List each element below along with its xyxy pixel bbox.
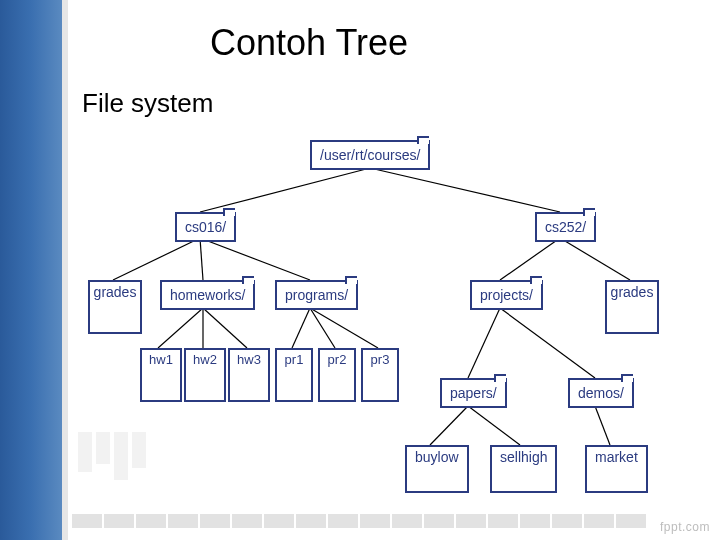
decorative-bars xyxy=(78,432,146,480)
svg-line-16 xyxy=(468,406,520,445)
svg-line-3 xyxy=(200,238,203,280)
node-papers: papers/ xyxy=(440,378,507,408)
node-hw3: hw3 xyxy=(228,348,270,402)
svg-line-5 xyxy=(500,238,560,280)
slide-subtitle: File system xyxy=(82,88,213,119)
node-cs252: cs252/ xyxy=(535,212,596,242)
svg-line-4 xyxy=(200,238,310,280)
slide-title: Contoh Tree xyxy=(210,22,408,64)
svg-line-1 xyxy=(370,168,560,212)
svg-line-11 xyxy=(310,308,335,348)
svg-line-7 xyxy=(158,308,203,348)
node-cs252-grades: grades xyxy=(605,280,659,334)
svg-line-9 xyxy=(203,308,247,348)
svg-line-2 xyxy=(113,238,200,280)
node-programs: programs/ xyxy=(275,280,358,310)
svg-line-6 xyxy=(560,238,630,280)
svg-line-13 xyxy=(468,308,500,378)
node-pr2: pr2 xyxy=(318,348,356,402)
node-cs016-grades: grades xyxy=(88,280,142,334)
svg-line-10 xyxy=(292,308,310,348)
node-hw1: hw1 xyxy=(140,348,182,402)
svg-line-12 xyxy=(310,308,378,348)
node-market: market xyxy=(585,445,648,493)
node-demos: demos/ xyxy=(568,378,634,408)
svg-line-17 xyxy=(595,406,610,445)
svg-line-14 xyxy=(500,308,595,378)
node-buylow: buylow xyxy=(405,445,469,493)
node-root: /user/rt/courses/ xyxy=(310,140,430,170)
watermark: fppt.com xyxy=(660,520,710,534)
node-hw2: hw2 xyxy=(184,348,226,402)
node-sellhigh: sellhigh xyxy=(490,445,557,493)
node-homeworks: homeworks/ xyxy=(160,280,255,310)
node-pr3: pr3 xyxy=(361,348,399,402)
svg-line-15 xyxy=(430,406,468,445)
slide-sidebar xyxy=(0,0,68,540)
node-pr1: pr1 xyxy=(275,348,313,402)
bottom-bar-strip xyxy=(72,514,646,528)
svg-line-0 xyxy=(200,168,370,212)
node-projects: projects/ xyxy=(470,280,543,310)
node-cs016: cs016/ xyxy=(175,212,236,242)
